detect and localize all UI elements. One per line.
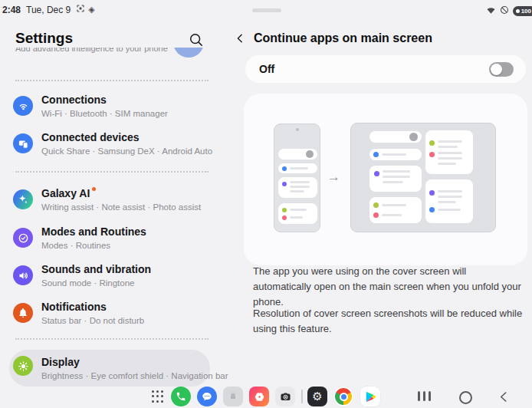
toggle-label: Off <box>259 63 274 75</box>
flex-hinge-handle <box>252 8 281 12</box>
phone-app-icon[interactable] <box>171 387 191 406</box>
divider <box>15 338 209 340</box>
battery-percent: 100 <box>521 8 531 15</box>
page-title: Settings <box>15 30 73 47</box>
settings-app-icon[interactable]: ⚙ <box>307 387 327 406</box>
gear-icon: ⚙ <box>312 390 322 403</box>
detail-title: Continue apps on main screen <box>254 31 432 45</box>
item-title: Connected devices <box>41 131 212 144</box>
home-icon[interactable] <box>459 391 472 404</box>
wifi-status-icon <box>486 4 496 18</box>
ai-banner-clipped[interactable]: Add advanced intelligence to your phone <box>15 48 209 60</box>
battery-icon <box>516 9 520 13</box>
sidebar-item-notifications[interactable]: Notifications Status bar · Do not distur… <box>13 301 220 326</box>
item-subtitle: Modes · Routines <box>41 241 146 251</box>
item-subtitle: Status bar · Do not disturb <box>41 316 144 326</box>
sidebar-item-sounds-vibration[interactable]: Sounds and vibration Sound mode · Ringto… <box>13 263 220 288</box>
item-title: Display <box>41 356 228 369</box>
speaker-icon <box>13 265 33 285</box>
item-title: Sounds and vibration <box>41 263 151 276</box>
item-subtitle: Writing assist · Note assist · Photo ass… <box>41 202 201 212</box>
sidebar-item-connections[interactable]: Connections Wi-Fi · Bluetooth · SIM mana… <box>13 94 220 119</box>
settings-app-window: 2:48 Tue, Dec 9 ◈ 100 Settings <box>0 0 532 408</box>
item-title: Connections <box>41 94 168 107</box>
diamond-notification-icon: ◈ <box>88 5 94 14</box>
check-circle-icon <box>13 228 33 248</box>
divider <box>15 171 209 173</box>
toggle-knob <box>491 64 502 75</box>
play-store-app-icon[interactable] <box>360 387 380 406</box>
camera-app-icon[interactable] <box>275 387 295 406</box>
interruptions-blocked-icon <box>500 4 509 18</box>
illustration-cover-screen <box>274 123 320 232</box>
sidebar-item-connected-devices[interactable]: Connected devices Quick Share · Samsung … <box>13 131 220 156</box>
devices-icon <box>13 133 33 153</box>
chrome-logo <box>335 388 352 405</box>
detail-header: Continue apps on main screen <box>235 31 432 45</box>
item-title: Modes and Routines <box>41 225 146 239</box>
item-subtitle: Quick Share · Samsung DeX · Android Auto <box>41 146 212 156</box>
item-title: Notifications <box>41 301 144 314</box>
avatar <box>173 48 204 58</box>
feature-illustration: → <box>244 94 527 265</box>
description-secondary: Resolution of cover screen screenshots w… <box>253 306 524 337</box>
sidebar-item-modes-routines[interactable]: Modes and Routines Modes · Routines <box>13 225 220 251</box>
master-toggle-row[interactable]: Off <box>245 55 526 83</box>
item-subtitle: Sound mode · Ringtone <box>41 278 151 288</box>
recents-icon[interactable] <box>418 391 431 401</box>
sidebar-item-galaxy-ai[interactable]: Galaxy AI Writing assist · Note assist ·… <box>13 187 220 212</box>
status-bar-left: 2:48 Tue, Dec 9 ◈ <box>2 4 95 15</box>
back-nav-icon[interactable] <box>499 391 507 403</box>
sun-icon <box>13 356 33 376</box>
search-button[interactable] <box>189 32 204 48</box>
item-subtitle: Brightness · Eye comfort shield · Naviga… <box>41 371 228 381</box>
new-badge-dot <box>92 187 96 191</box>
chrome-app-icon[interactable] <box>333 387 353 406</box>
description-primary: The app you were using on the cover scre… <box>253 264 524 310</box>
battery-indicator: 100 <box>513 6 532 16</box>
bell-icon <box>13 303 33 323</box>
dock-divider <box>301 390 303 403</box>
camera-dot <box>296 128 299 131</box>
sidebar-item-display-selected[interactable]: Display Brightness · Eye comfort shield … <box>9 350 210 387</box>
back-icon[interactable] <box>235 32 247 44</box>
clock: 2:48 <box>2 5 21 15</box>
date: Tue, Dec 9 <box>26 5 71 15</box>
apps-grid-icon[interactable] <box>152 390 164 403</box>
divider <box>15 80 209 81</box>
gallery-app-icon[interactable] <box>249 387 269 406</box>
arrow-icon: → <box>327 169 340 185</box>
wifi-icon <box>13 96 33 116</box>
status-bar-right: 100 <box>486 4 532 18</box>
messages-app-icon[interactable] <box>197 387 217 406</box>
item-subtitle: Wi-Fi · Bluetooth · SIM manager <box>41 109 168 119</box>
toggle-switch-off[interactable] <box>489 62 514 77</box>
illustration-main-screen <box>350 123 496 232</box>
sparkle-icon <box>13 189 33 209</box>
screenshot-icon <box>76 4 85 15</box>
item-title: Galaxy AI <box>41 187 90 199</box>
inactive-app-icon[interactable] <box>223 387 243 406</box>
